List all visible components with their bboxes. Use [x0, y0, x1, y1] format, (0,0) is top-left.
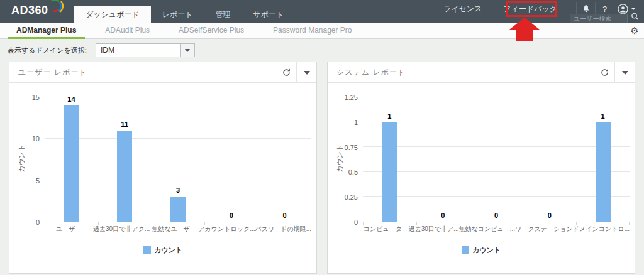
- chevron-down-icon: [304, 71, 310, 75]
- x-axis-label: 過去30日で非ア...: [409, 225, 459, 234]
- chevron-down-icon: [622, 71, 628, 75]
- chart-column: 0: [204, 97, 258, 222]
- bar-1[interactable]: [117, 131, 132, 222]
- chart-legend[interactable]: カウント: [328, 244, 635, 255]
- refresh-button[interactable]: [594, 62, 614, 83]
- chart-column: 0: [523, 97, 576, 222]
- x-axis-label: 無効なコンピュー...: [459, 225, 516, 234]
- y-tick-label: 0.5: [348, 168, 358, 176]
- y-axis: 051015: [9, 97, 40, 222]
- bar-value-label: 0: [283, 212, 287, 219]
- domain-select[interactable]: IDM: [96, 43, 195, 57]
- bar-4[interactable]: [596, 122, 611, 222]
- search-icon[interactable]: [631, 12, 639, 23]
- y-tick-label: 1.25: [345, 94, 358, 101]
- bar-value-label: 0: [230, 212, 233, 219]
- app-logo-swirl-icon: [47, 0, 64, 18]
- x-axis-label: コンピューター: [363, 225, 409, 234]
- domain-selector-label: 表示するドメインを選択:: [8, 46, 87, 55]
- x-axis-labels: ユーザー過去30日で非アク...無効なユーザーアカウントロック...パスワードの…: [45, 225, 311, 234]
- tab-adselfservice-plus[interactable]: ADSelfService Plus: [170, 23, 253, 38]
- chart-column: 0: [416, 97, 470, 222]
- x-axis-labels: コンピューター過去30日で非ア...無効なコンピュー...ワークステーションドメ…: [363, 225, 630, 234]
- tab-password-manager-pro[interactable]: Password Manager Pro: [264, 23, 360, 38]
- bar-value-label: 3: [176, 186, 180, 194]
- license-highlight-box: [506, 1, 557, 17]
- widget-menu-button[interactable]: [614, 62, 635, 83]
- search-input[interactable]: [570, 14, 628, 23]
- x-axis-label: アカウントロック...: [198, 225, 255, 234]
- widget-system-reports: システム レポート カウント 00.250.50.7511.25 10001 コ…: [327, 62, 635, 274]
- app-logo: AD360: [11, 4, 48, 17]
- chart-column: 11: [98, 97, 152, 222]
- chart-column: 0: [470, 97, 523, 222]
- bar-2[interactable]: [170, 197, 186, 222]
- bar-value-label: 14: [67, 95, 75, 103]
- domain-selector-row: 表示するドメインを選択: IDM: [8, 43, 195, 58]
- y-tick-label: 0.25: [345, 193, 358, 201]
- chart-column: 14: [45, 97, 98, 222]
- bar-value-label: 11: [121, 121, 128, 128]
- license-highlight-arrow-stem: [516, 29, 533, 41]
- main-nav-tabs: ダッシュボード レポート 管理 サポート: [74, 6, 295, 23]
- product-tabbar: ADManager Plus ADAudit Plus ADSelfServic…: [0, 23, 644, 39]
- bar-0[interactable]: [64, 105, 79, 222]
- tab-admin[interactable]: 管理: [204, 6, 242, 23]
- tab-dashboard[interactable]: ダッシュボード: [74, 6, 151, 23]
- domain-select-value: IDM: [101, 46, 114, 55]
- widget-header: システム レポート: [328, 62, 635, 83]
- x-axis-label: ドメインコントロ...: [573, 225, 630, 234]
- refresh-button[interactable]: [276, 62, 296, 83]
- chart-column: 3: [152, 97, 205, 222]
- chart-legend[interactable]: カウント: [9, 244, 316, 255]
- x-axis-label: ワークステーション: [515, 225, 573, 234]
- x-axis-label: 無効なユーザー: [150, 225, 198, 234]
- y-tick-label: 15: [32, 94, 40, 101]
- chart-plot-area: 10001: [363, 97, 630, 222]
- chart-column: 1: [576, 97, 630, 222]
- chart-column: 0: [258, 97, 311, 222]
- bar-value-label: 1: [387, 112, 391, 120]
- chevron-down-icon: [180, 44, 194, 57]
- chevron-down-icon: [631, 8, 636, 10]
- legend-swatch: [462, 246, 469, 254]
- widget-user-reports: ユーザー レポート カウント 051015 1411300 ユーザー過去30日で…: [9, 62, 317, 274]
- y-tick-label: 1: [354, 119, 358, 126]
- chart-column: 1: [363, 97, 416, 222]
- x-axis-label: ユーザー: [45, 225, 93, 234]
- user-search: [570, 12, 628, 21]
- y-axis: 00.250.50.7511.25: [328, 97, 358, 222]
- chart-plot-area: 1411300: [45, 97, 311, 222]
- bar-value-label: 0: [494, 212, 498, 219]
- widget-menu-button[interactable]: [296, 62, 316, 83]
- bar-value-label: 0: [548, 212, 552, 219]
- tab-adaudit-plus[interactable]: ADAudit Plus: [96, 23, 158, 38]
- x-axis-label: パスワードの期限...: [255, 225, 311, 234]
- license-button[interactable]: ライセンス: [437, 3, 488, 16]
- y-tick-label: 0: [36, 218, 40, 226]
- legend-label: カウント: [154, 246, 182, 254]
- legend-label: カウント: [472, 246, 501, 254]
- widget-header: ユーザー レポート: [9, 62, 316, 83]
- tab-admanager-plus[interactable]: ADManager Plus: [8, 23, 85, 38]
- ad360-dashboard-page: AD360 ダッシュボード レポート 管理 サポート ライセンス フィードバック: [0, 0, 644, 275]
- legend-swatch: [143, 246, 151, 254]
- bar-0[interactable]: [382, 122, 397, 222]
- widget-title: ユーザー レポート: [18, 62, 87, 83]
- y-tick-label: 0.75: [345, 144, 358, 151]
- bar-value-label: 0: [441, 212, 445, 219]
- x-axis-label: 過去30日で非アク...: [93, 225, 150, 234]
- tab-reports[interactable]: レポート: [151, 6, 204, 23]
- tab-support[interactable]: サポート: [242, 6, 296, 23]
- license-highlight-arrow-head: [509, 18, 540, 30]
- y-tick-label: 10: [32, 135, 40, 143]
- y-tick-label: 5: [36, 177, 40, 185]
- widget-title: システム レポート: [336, 62, 406, 83]
- y-tick-label: 0: [354, 218, 358, 226]
- settings-gear-icon[interactable]: ⚙: [629, 25, 640, 36]
- bar-value-label: 1: [601, 112, 605, 120]
